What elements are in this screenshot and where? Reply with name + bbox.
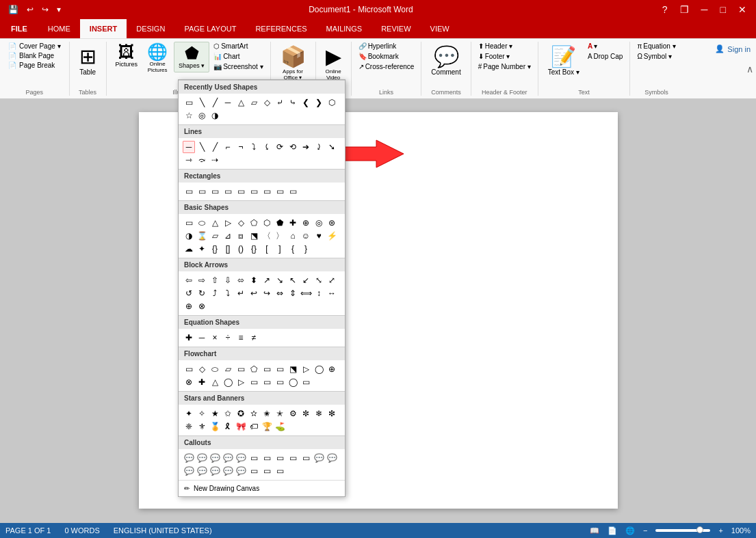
shape-item[interactable]: ▭ <box>261 376 273 388</box>
symbol-button[interactable]: ΩSymbol ▾ <box>636 52 677 61</box>
shape-item[interactable]: [] <box>222 243 234 255</box>
web-layout-icon[interactable]: 🌐 <box>625 526 635 535</box>
shape-item[interactable]: ▱ <box>248 96 260 109</box>
shape-item[interactable]: () <box>235 243 247 255</box>
shape-item[interactable]: ⌛ <box>196 230 208 242</box>
shape-item[interactable]: ⬍ <box>248 274 260 286</box>
shape-item[interactable]: ☁ <box>183 243 195 255</box>
shape-item[interactable]: ⤵ <box>248 141 260 153</box>
shape-item[interactable]: ❯ <box>313 96 325 109</box>
shape-item[interactable]: ◎ <box>196 109 208 122</box>
shape-item[interactable]: ▭ <box>274 376 286 388</box>
shape-item[interactable]: ▭ <box>248 465 260 477</box>
shape-item[interactable]: ▷ <box>300 363 312 375</box>
shape-item[interactable]: ♥ <box>313 230 325 242</box>
zoom-out-button[interactable]: − <box>643 526 647 535</box>
shape-item[interactable]: ≡ <box>235 332 247 344</box>
shape-item[interactable]: 🏅 <box>209 420 221 433</box>
shape-item[interactable]: ▭ <box>183 185 195 198</box>
shape-item[interactable]: ☺ <box>300 230 312 242</box>
shape-item[interactable]: ↩ <box>248 287 260 299</box>
shape-item[interactable]: ÷ <box>222 332 234 344</box>
shape-item[interactable]: ─ <box>183 141 195 153</box>
shape-item[interactable]: ╱ <box>209 141 221 153</box>
shape-item[interactable]: ▱ <box>209 230 221 242</box>
shape-item[interactable]: 〈 <box>261 230 273 242</box>
shape-item[interactable]: ⟳ <box>274 141 286 153</box>
comment-button[interactable]: 💬 Comment <box>427 42 465 79</box>
shape-item[interactable]: ⤴ <box>209 287 221 299</box>
shape-item[interactable]: ⇾ <box>183 154 195 166</box>
shape-item[interactable]: ✦ <box>183 407 195 420</box>
shape-item[interactable]: ⬔ <box>287 363 299 375</box>
shape-item[interactable]: ▭ <box>183 217 195 229</box>
sign-in-button[interactable]: 👤 Sign in <box>715 44 751 53</box>
shape-item[interactable]: ◇ <box>196 363 208 375</box>
shape-item[interactable]: ⚡ <box>326 230 338 242</box>
shape-item[interactable]: ◑ <box>209 109 221 122</box>
shape-item[interactable]: ↪ <box>261 287 273 299</box>
shape-item[interactable]: ❈ <box>183 420 195 433</box>
shape-item[interactable]: ⬡ <box>261 217 273 229</box>
shape-item[interactable]: × <box>209 332 221 344</box>
shape-item[interactable]: ❇ <box>326 407 338 420</box>
shape-item[interactable]: ⧈ <box>235 230 247 242</box>
shape-item[interactable]: {} <box>209 243 221 255</box>
shape-item[interactable]: ▭ <box>300 452 312 464</box>
shape-item[interactable]: ⇕ <box>287 287 299 299</box>
shape-item[interactable]: ▭ <box>274 465 286 477</box>
shape-item[interactable]: ⊿ <box>222 230 234 242</box>
shape-item[interactable]: ▭ <box>300 376 312 388</box>
shape-item[interactable]: ⤵ <box>222 287 234 299</box>
shape-item[interactable]: [ <box>261 243 273 255</box>
shape-item[interactable]: ⚙ <box>287 407 299 420</box>
shape-item[interactable]: 🎀 <box>235 420 247 433</box>
shape-item[interactable]: ⬠ <box>248 363 260 375</box>
shape-item[interactable]: ⌂ <box>287 230 299 242</box>
shape-item[interactable]: ▭ <box>261 452 273 464</box>
shape-item[interactable]: ⤡ <box>313 274 325 286</box>
header-button[interactable]: ⬆Header ▾ <box>477 42 532 51</box>
shape-item[interactable]: ⊕ <box>300 217 312 229</box>
shape-item[interactable]: ▭ <box>196 185 208 198</box>
shape-item[interactable]: ⚜ <box>196 420 208 433</box>
tab-view[interactable]: VIEW <box>421 19 459 38</box>
shape-item[interactable]: ⬡ <box>326 96 338 109</box>
shape-item[interactable]: ⊕ <box>183 300 195 312</box>
shape-item[interactable]: ✬ <box>261 407 273 420</box>
shape-item[interactable]: ≠ <box>248 332 260 344</box>
text-box-button[interactable]: 📝 Text Box ▾ <box>544 42 584 79</box>
shape-item[interactable]: ─ <box>196 332 208 344</box>
shape-item[interactable]: 💬 <box>196 452 208 464</box>
undo-quick-btn[interactable]: ↩ <box>24 3 36 16</box>
shape-item[interactable]: ▭ <box>261 185 273 198</box>
shape-item[interactable]: ⤼ <box>196 154 208 166</box>
shape-item[interactable]: ¬ <box>235 141 247 153</box>
apps-for-office-button[interactable]: 📦 Apps forOffice ▾ <box>276 42 310 83</box>
shape-item[interactable]: ▭ <box>274 452 286 464</box>
shape-item[interactable]: ⇦ <box>183 274 195 286</box>
shape-item[interactable]: ⊗ <box>196 300 208 312</box>
shape-item[interactable]: ⟲ <box>287 141 299 153</box>
shape-item[interactable]: { <box>287 243 299 255</box>
collapse-ribbon-button[interactable]: ∧ <box>746 64 753 75</box>
shape-item[interactable]: ✚ <box>287 217 299 229</box>
shape-item[interactable]: ▭ <box>261 363 273 375</box>
shape-item[interactable]: 💬 <box>222 452 234 464</box>
shape-item[interactable]: ▭ <box>274 185 286 198</box>
bookmark-button[interactable]: 🔖Bookmark <box>357 52 416 61</box>
tab-insert[interactable]: INSERT <box>80 19 127 38</box>
shape-item[interactable]: ▭ <box>183 363 195 375</box>
help-button[interactable]: ? <box>658 3 672 16</box>
shape-item[interactable]: ─ <box>222 96 234 109</box>
shape-item[interactable]: ▱ <box>222 363 234 375</box>
tab-mailings[interactable]: MAILINGS <box>317 19 372 38</box>
shape-item[interactable]: ╱ <box>209 96 221 109</box>
shape-item[interactable]: ▭ <box>274 363 286 375</box>
shape-item[interactable]: ⟺ <box>300 287 312 299</box>
shape-item[interactable]: ➘ <box>326 141 338 153</box>
smartart-button[interactable]: ⬡SmartArt <box>212 42 264 51</box>
table-button[interactable]: ⊞ Table <box>75 42 101 79</box>
shapes-button[interactable]: ⬟ Shapes ▾ <box>174 42 209 72</box>
shape-item[interactable]: ] <box>274 243 286 255</box>
